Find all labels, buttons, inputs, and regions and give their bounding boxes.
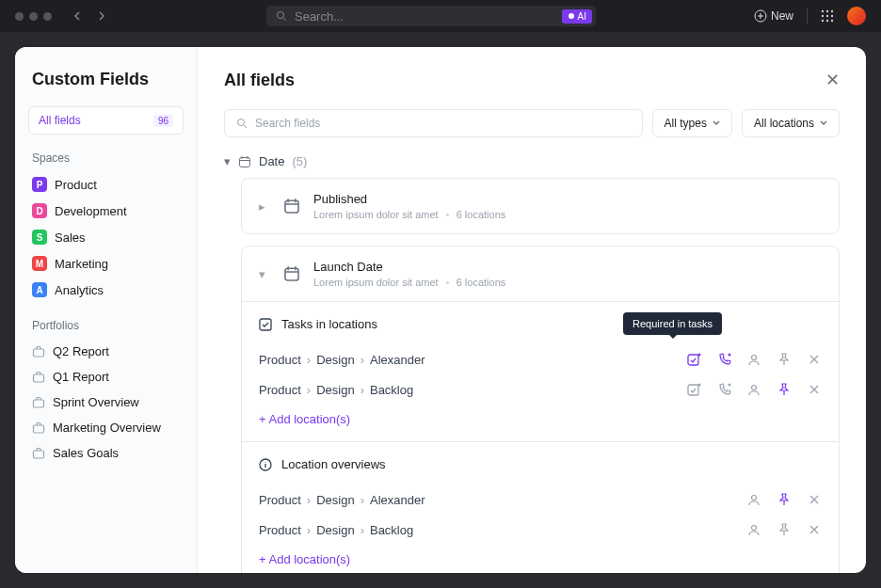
sidebar-space-item[interactable]: AAnalytics [28, 278, 184, 302]
caret-down-icon[interactable]: ▾ [224, 154, 231, 168]
sidebar-portfolio-item[interactable]: Q1 Report [28, 365, 184, 389]
sidebar-portfolio-item[interactable]: Q2 Report [28, 340, 184, 363]
remove-icon[interactable] [807, 522, 822, 537]
field-name: Launch Date [313, 260, 505, 274]
phone-icon[interactable] [716, 352, 731, 367]
forward-button[interactable] [93, 8, 108, 24]
field-header[interactable]: ▸ Published Lorem ipsum dolor sit amet 6… [242, 179, 839, 233]
svg-rect-19 [285, 200, 298, 213]
owner-icon[interactable] [746, 382, 761, 397]
location-row: Product›Design›Backlog [259, 515, 822, 545]
space-icon: P [32, 177, 47, 192]
space-icon: D [32, 203, 47, 218]
sidebar-space-item[interactable]: PProduct [28, 172, 184, 197]
window-dot[interactable] [15, 12, 24, 21]
sidebar-space-item[interactable]: DDevelopment [28, 199, 184, 223]
divider [807, 8, 808, 24]
field-header[interactable]: ▾ Launch Date Lorem ipsum dolor sit amet… [242, 246, 839, 301]
add-location-link[interactable]: + Add location(s) [259, 405, 822, 426]
sidebar-space-item[interactable]: SSales [28, 225, 184, 249]
global-search[interactable]: Search... AI [266, 6, 596, 26]
svg-point-32 [752, 526, 757, 531]
pin-icon[interactable] [777, 492, 792, 507]
add-location-link[interactable]: + Add location(s) [259, 545, 822, 566]
field-name: Published [313, 192, 505, 206]
back-button[interactable] [71, 8, 86, 24]
svg-rect-14 [34, 400, 44, 407]
svg-point-27 [697, 383, 700, 386]
info-icon [259, 458, 272, 471]
field-row-expanded: ▾ Launch Date Lorem ipsum dolor sit amet… [241, 246, 840, 573]
svg-point-25 [752, 356, 757, 360]
user-avatar[interactable] [847, 7, 866, 25]
sidebar: Custom Fields All fields 96 Spaces PProd… [15, 47, 198, 573]
types-dropdown[interactable]: All types [652, 109, 732, 137]
tasks-panel: Tasks in locations Product›Design›Alexan… [242, 302, 839, 442]
page-title: All fields [224, 71, 295, 90]
required-icon[interactable] [686, 382, 701, 397]
tooltip: Required in tasks [623, 312, 722, 335]
window-dot[interactable] [29, 12, 38, 21]
search-fields-input[interactable]: Search fields [224, 109, 643, 137]
search-placeholder: Search... [295, 9, 344, 24]
spaces-label: Spaces [28, 151, 184, 165]
svg-point-10 [826, 20, 828, 22]
pin-icon[interactable] [777, 382, 792, 397]
svg-point-5 [831, 10, 833, 12]
search-icon [236, 118, 248, 129]
remove-icon[interactable] [807, 492, 822, 507]
owner-icon[interactable] [746, 522, 761, 537]
svg-point-9 [822, 20, 824, 22]
remove-icon[interactable] [807, 382, 822, 397]
sidebar-portfolio-item[interactable]: Sales Goals [28, 441, 184, 465]
space-icon: S [32, 230, 47, 245]
sidebar-space-item[interactable]: MMarketing [28, 251, 184, 276]
remove-icon[interactable] [807, 352, 822, 367]
group-header[interactable]: ▾ Date (5) [224, 154, 840, 168]
location-row: Product›Design›AlexanderRequired in task… [259, 344, 822, 374]
caret-down-icon[interactable]: ▾ [259, 267, 270, 281]
pin-icon[interactable] [777, 522, 792, 537]
owner-icon[interactable] [746, 352, 761, 367]
chevron-down-icon [820, 119, 827, 127]
count-badge: 96 [153, 115, 173, 127]
sidebar-filter-all[interactable]: All fields 96 [28, 106, 184, 135]
svg-rect-12 [34, 349, 44, 357]
plus-circle-icon [754, 9, 767, 23]
window-controls [15, 12, 52, 21]
sidebar-title: Custom Fields [28, 70, 184, 89]
ai-badge[interactable]: AI [562, 9, 592, 24]
caret-right-icon[interactable]: ▸ [259, 199, 270, 214]
briefcase-icon [32, 421, 45, 435]
chevron-down-icon [713, 119, 720, 127]
phone-icon[interactable] [716, 382, 731, 397]
window-dot[interactable] [43, 12, 52, 21]
svg-point-31 [752, 496, 757, 501]
breadcrumb: Product›Design›Backlog [259, 523, 413, 537]
required-icon[interactable] [686, 352, 701, 367]
svg-point-29 [752, 386, 757, 390]
svg-point-8 [831, 15, 833, 17]
briefcase-icon [32, 396, 45, 409]
locations-dropdown[interactable]: All locations [742, 109, 840, 137]
owner-icon[interactable] [746, 492, 761, 507]
sidebar-portfolio-item[interactable]: Marketing Overview [28, 416, 184, 439]
location-row: Product›Design›Alexander [259, 485, 822, 515]
breadcrumb: Product›Design›Alexander [259, 493, 425, 507]
close-icon[interactable]: ✕ [825, 70, 840, 90]
svg-point-11 [831, 20, 833, 22]
search-icon [276, 10, 287, 22]
svg-point-0 [277, 12, 283, 19]
titlebar: Search... AI New [0, 0, 881, 32]
briefcase-icon [32, 447, 45, 460]
field-row: ▸ Published Lorem ipsum dolor sit amet 6… [241, 178, 840, 234]
calendar-icon [283, 265, 300, 282]
briefcase-icon [32, 345, 45, 358]
svg-point-3 [822, 10, 824, 12]
pin-icon[interactable] [777, 352, 792, 367]
apps-grid-icon[interactable] [821, 9, 834, 23]
calendar-icon [238, 155, 251, 168]
checkbox-icon [259, 318, 272, 331]
new-button[interactable]: New [754, 9, 793, 23]
sidebar-portfolio-item[interactable]: Sprint Overview [28, 390, 184, 414]
